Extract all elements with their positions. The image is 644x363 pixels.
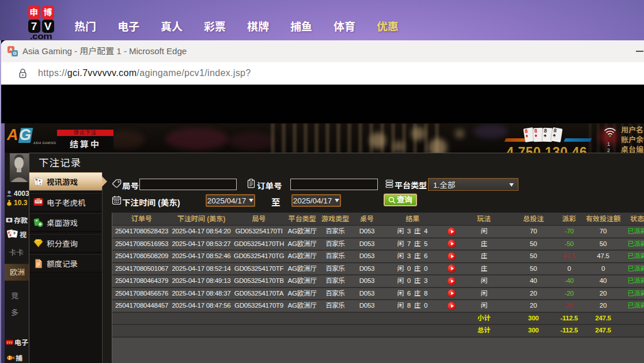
nav-item-promo[interactable]: 优惠	[370, 18, 405, 33]
cell-status: 已派彩	[627, 288, 644, 300]
cell-game: 百家乐	[318, 300, 353, 312]
window-titlebar[interactable]: AG Asia Gaming - 用户配置 1 - Microsoft Edge	[1, 40, 644, 62]
cell-round: GD053254170TI	[232, 226, 286, 237]
lobby-deposit-row[interactable]: 存款	[6, 215, 28, 225]
column-header: 有效投注额	[579, 213, 627, 225]
cell-status: 已派彩	[627, 275, 644, 287]
platform-type-value: 1.全部	[433, 179, 455, 190]
nav-item-slots[interactable]: 电子	[111, 18, 146, 33]
lobby-sidebar: 4003 10.3 存款 K9 视 卡卡 欧洲 竞 多	[5, 153, 30, 363]
replay-button[interactable]	[448, 277, 456, 285]
cell-platform: AG欧洲厅	[286, 275, 318, 287]
address-bar[interactable]: https://gci.7vvvvvv.com/agingame/pcv1/in…	[1, 62, 644, 85]
replay-button[interactable]	[448, 264, 456, 273]
table-row: 2504170805169532025-04-17 08:53:27GD0532…	[112, 239, 644, 251]
lobby-video-row[interactable]: K9 视	[6, 228, 26, 240]
cell-total: 70	[508, 226, 559, 237]
platform-type-label: 平台类型	[395, 179, 427, 191]
lobby-slots-label: 电子	[14, 337, 28, 347]
cell-play: 闲	[460, 226, 508, 237]
nav-item-poker[interactable]: 棋牌	[241, 18, 275, 33]
column-header	[444, 213, 460, 225]
points-query-icon	[33, 237, 44, 248]
deposit-icon	[6, 217, 13, 224]
settling-label: 结算中	[57, 136, 113, 153]
cell-round: GD053254170TB	[232, 275, 286, 287]
column-header: 玩法	[460, 213, 508, 225]
cell-game: 百家乐	[318, 288, 353, 300]
cell-game: 百家乐	[318, 239, 353, 250]
order-number-input[interactable]	[290, 179, 378, 190]
url-text[interactable]: https://gci.7vvvvvv.com/agingame/pcv1/in…	[38, 62, 251, 84]
cell-payout: -50	[559, 239, 579, 250]
sidebar-item-points-query[interactable]: 积分查询	[29, 234, 102, 252]
table-row: 2504170804484572025-04-17 08:47:56GD0532…	[112, 300, 644, 313]
lobby-item-fishing[interactable]: 捕	[6, 353, 22, 362]
platform-type-select[interactable]: 1.全部	[428, 178, 518, 191]
sidebar-item-credit-records[interactable]: 额度记录	[29, 254, 102, 273]
minimize-button[interactable]	[636, 51, 643, 52]
summary-payout: -112.5	[559, 325, 579, 336]
sidebar-item-slot-machines[interactable]: 777 电子老虎机	[29, 193, 102, 211]
nav-item-sports[interactable]: 体育	[327, 18, 362, 33]
lock-icon[interactable]	[18, 67, 28, 82]
cell-time: 2025-04-17 08:49:13	[171, 275, 232, 287]
table-header-row: 订单号下注时间 (美东)局号平台类型游戏类型桌号结果玩法总投注派彩有效投注额状态	[112, 213, 644, 226]
player-bar	[564, 138, 592, 142]
cell-payout: 0	[559, 263, 579, 275]
replay-button[interactable]	[448, 240, 456, 248]
summary-row: 小计300-112.5247.5	[112, 313, 644, 326]
cell-order: 250417080528423	[112, 226, 171, 237]
replay-button[interactable]	[448, 252, 456, 260]
cell-round: GD053254170TF	[232, 263, 286, 275]
cell-status: 已派彩	[627, 239, 644, 250]
play-icon	[451, 279, 454, 283]
cell-result: 闲 6 庄 8	[381, 288, 444, 300]
seat-numbers: 12	[607, 141, 610, 153]
summary-valid: 247.5	[579, 313, 627, 324]
cell-valid: 0	[579, 263, 627, 275]
play-icon	[451, 292, 454, 295]
summary-payout: -112.5	[559, 313, 579, 324]
column-header: 平台类型	[286, 213, 318, 225]
nav-item-live[interactable]: 真人	[154, 18, 189, 33]
logo-char-shen: 申	[28, 6, 40, 19]
replay-button[interactable]	[448, 302, 456, 310]
search-button[interactable]: 查询	[384, 194, 417, 206]
lobby-item-kaka[interactable]: 卡卡	[9, 247, 24, 258]
nav-item-lottery[interactable]: 彩票	[198, 18, 232, 33]
cell-valid: 20	[579, 288, 627, 300]
cell-payout: 20	[559, 300, 579, 312]
date-to-value: 2025/04/17	[293, 196, 332, 205]
cell-result: 闲 3 庄 4	[381, 226, 444, 237]
lobby-item-europe[interactable]: 欧洲	[5, 264, 30, 281]
cell-round: GD053254170TH	[232, 239, 286, 250]
replay-button[interactable]	[448, 289, 456, 297]
sidebar-item-table-games[interactable]: 桌面游戏	[29, 213, 102, 232]
nav-item-fishing[interactable]: 捕鱼	[284, 18, 319, 33]
nav-item-hot[interactable]: 热门	[68, 18, 103, 33]
summary-total: 300	[508, 325, 559, 336]
lobby-item-slots[interactable]: 777 电子	[6, 337, 28, 347]
replay-button[interactable]	[448, 228, 456, 236]
cell-order: 250417080448457	[112, 300, 171, 312]
cell-valid: 40	[579, 275, 627, 287]
sidebar-item-video-games[interactable]: 9 视讯游戏	[29, 172, 102, 191]
date-from-value: 2025/04/17	[207, 196, 247, 205]
lobby-item-duo[interactable]: 多	[11, 307, 18, 317]
cell-status: 已派彩	[627, 251, 644, 262]
play-icon	[451, 304, 454, 308]
date-from-picker[interactable]: 2025/04/17	[206, 194, 255, 207]
lobby-item-jing[interactable]: 竞	[11, 290, 18, 301]
play-icon	[451, 255, 454, 258]
bet-time-label: 下注时间 (美东)	[122, 196, 180, 208]
records-table: 订单号下注时间 (美东)局号平台类型游戏类型桌号结果玩法总投注派彩有效投注额状态…	[112, 213, 644, 363]
summary-valid: 247.5	[579, 325, 627, 336]
site-logo[interactable]: 申博 7V .com	[28, 6, 54, 41]
round-number-input[interactable]	[139, 179, 237, 190]
date-to-picker[interactable]: 2025/04/17	[291, 194, 341, 207]
cell-platform: AG欧洲厅	[286, 263, 318, 275]
user-info-panel: 用户名称账户余额桌台编号	[621, 125, 644, 153]
site-banner: 申博 7V .com 热门电子真人彩票棋牌捕鱼体育优惠	[0, 0, 644, 40]
search-button-label: 查询	[397, 195, 412, 205]
